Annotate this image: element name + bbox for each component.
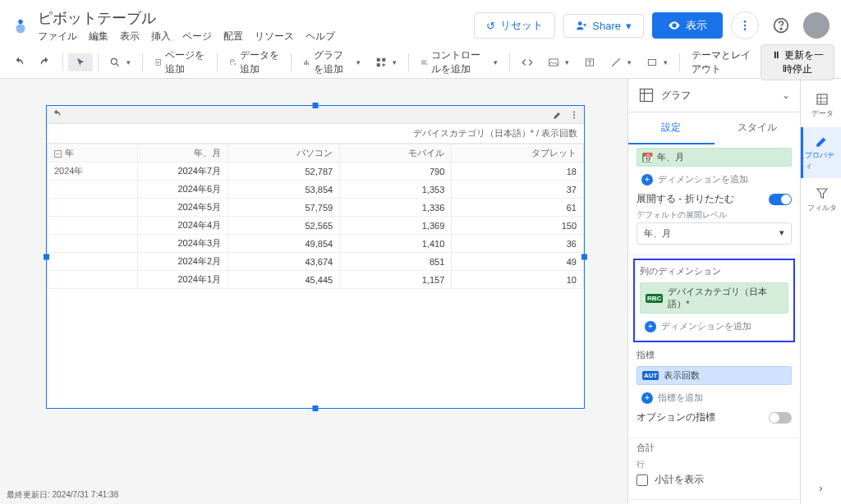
theme-layout-button[interactable]: テーマとレイアウト bbox=[685, 45, 759, 80]
pencil-icon bbox=[815, 134, 830, 149]
text-icon bbox=[584, 57, 595, 68]
props-header[interactable]: グラフ ⌄ bbox=[628, 79, 800, 112]
pause-update-button[interactable]: ⏸ 更新を一時停止 bbox=[761, 44, 834, 80]
col-mobile[interactable]: モバイル bbox=[340, 144, 452, 163]
show-subtotal-row[interactable]: 小計を表示 bbox=[636, 470, 792, 489]
table-row: 2024年2024年7月52,78779018 bbox=[48, 163, 584, 181]
col-dim-chip[interactable]: RBCデバイスカテゴリ（日本語）* bbox=[640, 282, 788, 314]
canvas[interactable]: デバイスカテゴリ（日本語）* / 表示回数 −年 年、月 パソコン モバイル タ… bbox=[0, 79, 627, 504]
undo-button[interactable] bbox=[7, 53, 31, 71]
svg-point-22 bbox=[573, 117, 575, 118]
expand-toggle[interactable] bbox=[769, 194, 792, 205]
column-dimension-highlight: 列のディメンション RBCデバイスカテゴリ（日本語）* +ディメンションを追加 bbox=[633, 259, 795, 342]
undo-icon bbox=[13, 57, 25, 68]
table-row: 2024年2月43,67485149 bbox=[48, 253, 584, 271]
redo-button[interactable] bbox=[33, 53, 57, 71]
eye-icon bbox=[668, 19, 681, 32]
data-icon bbox=[815, 92, 830, 107]
svg-point-0 bbox=[18, 20, 23, 25]
menu-file[interactable]: ファイル bbox=[38, 30, 77, 44]
svg-point-5 bbox=[744, 28, 747, 30]
rail-filter[interactable]: フィルタ bbox=[801, 180, 841, 220]
properties-panel: グラフ ⌄ 設定 スタイル 📅年、月 +ディメンションを追加 展開する - 折り… bbox=[627, 79, 800, 504]
selection-tool-button[interactable] bbox=[68, 53, 93, 71]
col-tablet[interactable]: タブレット bbox=[452, 144, 584, 163]
rail-expand-button[interactable]: › bbox=[809, 472, 832, 504]
url-embed-button[interactable] bbox=[515, 53, 540, 71]
toolbar: ページを追加 データを追加 グラフを追加 コントロールを追加 テーマとレイアウト… bbox=[0, 46, 841, 79]
collapse-icon[interactable]: − bbox=[54, 150, 62, 158]
add-chart-button[interactable]: グラフを追加 bbox=[296, 45, 367, 80]
menu-view[interactable]: 表示 bbox=[120, 30, 140, 44]
line-icon bbox=[610, 57, 622, 68]
resize-handle-left[interactable] bbox=[44, 254, 49, 260]
filter-icon bbox=[815, 186, 830, 201]
menubar: ファイル 編集 表示 挿入 ページ 配置 リソース ヘルプ bbox=[38, 30, 474, 44]
optional-metric-toggle[interactable] bbox=[769, 412, 792, 424]
pivot-column-group-header: デバイスカテゴリ（日本語）* / 表示回数 bbox=[47, 124, 584, 144]
document-title[interactable]: ピボットテーブル bbox=[38, 8, 474, 28]
calendar-badge-icon: 📅 bbox=[642, 153, 652, 163]
text-button[interactable] bbox=[577, 53, 602, 71]
pivot-table: −年 年、月 パソコン モバイル タブレット 2024年2024年7月52,78… bbox=[47, 144, 584, 289]
widgets-icon bbox=[375, 57, 387, 68]
add-metric[interactable]: +指標を追加 bbox=[636, 388, 792, 407]
add-col-dimension[interactable]: +ディメンションを追加 bbox=[640, 317, 788, 336]
svg-point-1 bbox=[16, 24, 25, 33]
metric-section: 指標 AUT表示回数 +指標を追加 オプションの指標 bbox=[628, 346, 800, 438]
row-dim-chip[interactable]: 📅年、月 bbox=[636, 148, 792, 167]
resize-handle-bottom[interactable] bbox=[313, 405, 319, 411]
svg-rect-12 bbox=[382, 57, 385, 61]
main-area: デバイスカテゴリ（日本語）* / 表示回数 −年 年、月 パソコン モバイル タ… bbox=[0, 79, 841, 504]
add-control-button[interactable]: コントロールを追加 bbox=[414, 45, 505, 80]
resize-handle-top[interactable] bbox=[313, 103, 319, 108]
zoom-button[interactable] bbox=[103, 53, 137, 71]
tune-icon bbox=[420, 57, 428, 68]
metric-title: 指標 bbox=[636, 349, 792, 361]
redo-icon bbox=[39, 57, 51, 68]
menu-arrange[interactable]: 配置 bbox=[223, 30, 243, 44]
menu-edit[interactable]: 編集 bbox=[89, 30, 108, 44]
help-button[interactable] bbox=[767, 11, 795, 39]
community-viz-button[interactable] bbox=[369, 53, 403, 71]
line-button[interactable] bbox=[604, 53, 638, 71]
col-pc[interactable]: パソコン bbox=[228, 144, 340, 163]
pivot-table-icon bbox=[638, 87, 655, 103]
menu-insert[interactable]: 挿入 bbox=[151, 30, 171, 44]
image-button[interactable] bbox=[541, 53, 576, 71]
col-year-month[interactable]: 年、月 bbox=[138, 144, 228, 163]
resize-handle-right[interactable] bbox=[581, 254, 587, 260]
svg-point-21 bbox=[573, 114, 575, 116]
reset-button[interactable]: ↺ リセット bbox=[474, 12, 555, 39]
user-avatar[interactable] bbox=[803, 12, 830, 39]
menu-help[interactable]: ヘルプ bbox=[306, 30, 335, 44]
add-data-button[interactable]: データを追加 bbox=[223, 45, 287, 80]
more-options-button[interactable] bbox=[731, 11, 759, 39]
tab-style[interactable]: スタイル bbox=[715, 112, 801, 144]
svg-point-10 bbox=[230, 59, 234, 61]
edit-icon[interactable] bbox=[553, 110, 563, 120]
view-button[interactable]: 表示 bbox=[652, 12, 723, 39]
rail-data[interactable]: データ bbox=[801, 85, 841, 126]
optional-metric-label: オプションの指標 bbox=[636, 410, 715, 424]
menu-resource[interactable]: リソース bbox=[255, 30, 294, 44]
col-year[interactable]: −年 bbox=[48, 144, 138, 163]
total-rows-label: 行 bbox=[636, 459, 792, 470]
add-row-dimension[interactable]: +ディメンションを追加 bbox=[636, 170, 792, 189]
table-row: 2024年3月49,8541,41036 bbox=[48, 235, 584, 253]
menu-page[interactable]: ページ bbox=[182, 30, 212, 44]
chevron-down-icon[interactable]: ⌄ bbox=[782, 89, 790, 101]
add-page-button[interactable]: ページを追加 bbox=[148, 45, 212, 80]
svg-point-4 bbox=[744, 25, 747, 27]
share-button[interactable]: Share ▾ bbox=[563, 14, 644, 38]
default-level-select[interactable]: 年、月▾ bbox=[636, 222, 792, 245]
rail-properties[interactable]: プロパティ bbox=[801, 127, 841, 178]
reset-sort-icon[interactable] bbox=[52, 109, 62, 119]
metric-chip[interactable]: AUT表示回数 bbox=[636, 366, 792, 385]
tab-setup[interactable]: 設定 bbox=[628, 112, 715, 144]
checkbox-icon[interactable] bbox=[636, 474, 648, 486]
pivot-table-component[interactable]: デバイスカテゴリ（日本語）* / 表示回数 −年 年、月 パソコン モバイル タ… bbox=[46, 105, 585, 409]
shape-button[interactable] bbox=[640, 53, 674, 71]
table-row: 2024年4月52,5651,369150 bbox=[48, 217, 584, 235]
more-icon[interactable] bbox=[569, 110, 579, 120]
